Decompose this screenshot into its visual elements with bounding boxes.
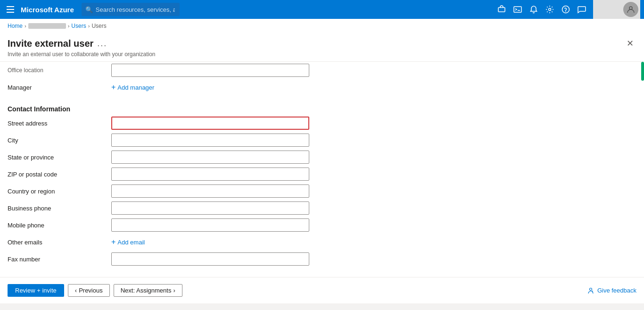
page-options-button[interactable]: ...	[97, 39, 107, 49]
help-icon[interactable]	[558, 2, 573, 17]
svg-rect-0	[498, 8, 505, 12]
manager-row: Manager + Add manager	[8, 79, 636, 96]
country-row: Country or region	[8, 183, 636, 200]
state-input[interactable]	[111, 151, 309, 164]
notification-icon[interactable]	[526, 2, 541, 17]
country-input[interactable]	[111, 184, 309, 198]
business-phone-label: Business phone	[8, 205, 111, 212]
add-manager-button[interactable]: + Add manager	[111, 83, 154, 92]
search-wrap: 🔍	[82, 3, 180, 16]
settings-icon[interactable]	[542, 2, 557, 17]
business-phone-input[interactable]	[111, 201, 309, 215]
other-emails-row: Other emails + Add email	[8, 234, 636, 251]
manager-label: Manager	[8, 84, 111, 91]
svg-point-5	[565, 11, 566, 12]
cloud-upload-icon[interactable]	[494, 2, 509, 17]
breadcrumb-sep3: ›	[88, 23, 90, 29]
office-location-input[interactable]	[111, 64, 309, 77]
previous-label: Previous	[79, 287, 103, 294]
shell-icon[interactable]	[510, 2, 525, 17]
hamburger-menu[interactable]	[4, 3, 17, 16]
topbar-icons	[494, 2, 589, 17]
brand-logo: Microsoft Azure	[21, 6, 74, 14]
breadcrumb-sep1: ›	[25, 23, 26, 29]
zip-row: ZIP or postal code	[8, 166, 636, 183]
search-input[interactable]	[82, 3, 180, 16]
office-location-row: Office location	[8, 62, 636, 79]
next-label: Next: Assignments	[121, 287, 172, 294]
mobile-phone-label: Mobile phone	[8, 222, 111, 229]
other-emails-label: Other emails	[8, 239, 111, 246]
breadcrumb-tenant	[28, 23, 66, 29]
street-address-row: Street address	[8, 115, 636, 132]
chevron-left-icon: ‹	[75, 287, 77, 294]
street-address-input[interactable]	[111, 117, 309, 130]
breadcrumb: Home › › Users › Users	[0, 19, 644, 33]
fax-label: Fax number	[8, 256, 111, 263]
give-feedback-button[interactable]: Give feedback	[587, 287, 636, 294]
country-label: Country or region	[8, 188, 111, 195]
avatar[interactable]	[623, 2, 638, 17]
next-assignments-button[interactable]: Next: Assignments ›	[114, 284, 182, 297]
add-email-label: Add email	[117, 239, 145, 246]
feedback-icon[interactable]	[574, 2, 589, 17]
breadcrumb-home[interactable]: Home	[8, 23, 23, 29]
page-subtitle: Invite an external user to collaborate w…	[8, 51, 636, 61]
breadcrumb-users1[interactable]: Users	[71, 23, 86, 29]
contact-section-header: Contact Information	[8, 100, 636, 115]
svg-point-6	[629, 7, 632, 9]
previous-button[interactable]: ‹ Previous	[68, 284, 110, 297]
footer-bar: Review + invite ‹ Previous Next: Assignm…	[0, 277, 644, 303]
city-row: City	[8, 132, 636, 149]
add-email-button[interactable]: + Add email	[111, 238, 145, 246]
close-button[interactable]: ✕	[623, 37, 636, 50]
plus-icon: +	[111, 83, 116, 92]
svg-point-7	[589, 288, 592, 290]
state-label: State or province	[8, 154, 111, 161]
svg-point-3	[549, 8, 551, 11]
svg-rect-1	[514, 7, 521, 12]
mobile-phone-input[interactable]	[111, 218, 309, 232]
street-address-label: Street address	[8, 120, 111, 127]
add-manager-label: Add manager	[117, 84, 154, 91]
city-input[interactable]	[111, 134, 309, 147]
fax-row: Fax number	[8, 251, 636, 268]
business-phone-row: Business phone	[8, 200, 636, 217]
city-label: City	[8, 137, 111, 144]
zip-input[interactable]	[111, 168, 309, 181]
fax-input[interactable]	[111, 252, 309, 266]
add-email-plus-icon: +	[111, 238, 116, 246]
content-area: Office location Manager + Add manager Co…	[0, 62, 644, 277]
breadcrumb-users2: Users	[91, 23, 106, 29]
mobile-phone-row: Mobile phone	[8, 217, 636, 234]
state-row: State or province	[8, 149, 636, 166]
page-title: Invite external user	[8, 38, 93, 49]
office-location-label: Office location	[8, 67, 111, 74]
breadcrumb-sep2: ›	[68, 23, 70, 29]
zip-label: ZIP or postal code	[8, 171, 111, 178]
review-invite-button[interactable]: Review + invite	[8, 284, 64, 297]
chevron-right-icon: ›	[173, 287, 175, 294]
scroll-indicator	[641, 62, 644, 81]
topbar: Microsoft Azure 🔍	[0, 0, 644, 19]
page-header: Invite external user ... ✕ Invite an ext…	[0, 33, 644, 62]
give-feedback-label: Give feedback	[597, 287, 636, 294]
avatar-section	[593, 0, 640, 19]
feedback-person-icon	[587, 287, 594, 294]
